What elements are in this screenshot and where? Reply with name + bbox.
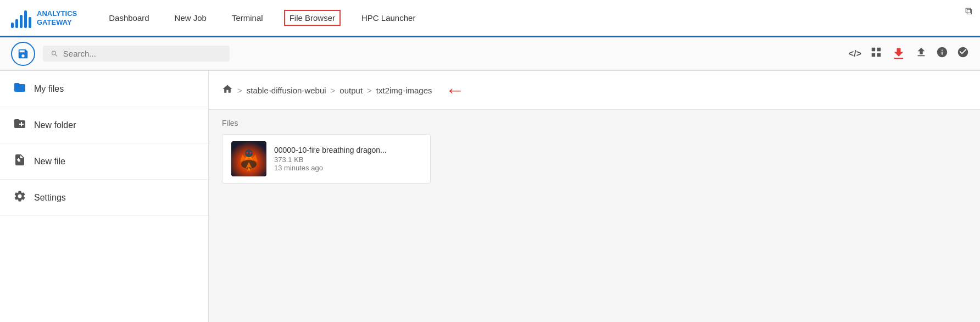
top-section: </> — [0, 37, 980, 71]
sidebar-item-my-files[interactable]: My files — [0, 71, 208, 107]
save-button[interactable] — [11, 42, 35, 66]
file-size: 373.1 KB — [274, 156, 421, 164]
breadcrumb-sep-3: > — [367, 86, 372, 95]
toolbar-right: </> — [849, 46, 969, 62]
breadcrumb-txt2img[interactable]: txt2img-images — [376, 86, 432, 95]
logo-icon — [11, 8, 31, 28]
logo: ANALYTICS GATEWAY — [11, 8, 77, 28]
breadcrumb-sep-2: > — [331, 86, 336, 95]
sidebar-item-new-folder[interactable]: New folder — [0, 107, 208, 143]
breadcrumb-bar: > stable-diffusion-webui > output > txt2… — [209, 71, 980, 110]
logo-line1: ANALYTICS — [37, 9, 77, 18]
grid-view-icon[interactable] — [870, 46, 882, 61]
sidebar-item-new-folder-label: New folder — [34, 120, 76, 130]
file-item[interactable]: 00000-10-fire breathing dragon... 373.1 … — [222, 134, 431, 184]
sidebar-item-new-file[interactable]: New file — [0, 143, 208, 180]
svg-point-7 — [250, 152, 252, 154]
main-container: My files New folder New file — [0, 71, 980, 322]
check-button[interactable] — [957, 46, 969, 61]
files-section: Files — [209, 110, 980, 192]
info-button[interactable] — [936, 46, 948, 61]
external-link-icon[interactable]: ⧉ — [965, 5, 972, 17]
toolbar: </> — [0, 37, 980, 70]
file-info: 00000-10-fire breathing dragon... 373.1 … — [274, 146, 421, 172]
search-icon — [51, 49, 59, 58]
save-icon — [17, 48, 29, 60]
home-icon[interactable] — [222, 84, 233, 97]
files-label: Files — [222, 119, 967, 127]
sidebar-item-settings-label: Settings — [34, 193, 66, 203]
sidebar-item-settings[interactable]: Settings — [0, 180, 208, 216]
logo-text: ANALYTICS GATEWAY — [37, 9, 77, 26]
svg-point-6 — [247, 152, 248, 154]
file-thumbnail — [231, 141, 266, 176]
nav-file-browser[interactable]: File Browser — [284, 10, 341, 26]
code-view-icon[interactable]: </> — [849, 49, 861, 59]
svg-point-5 — [245, 149, 253, 157]
storage-info: 192 GiB of 294 GiB used — [0, 318, 208, 322]
search-box — [43, 46, 230, 62]
breadcrumb-sep-1: > — [237, 86, 242, 95]
sidebar-item-my-files-label: My files — [34, 84, 64, 94]
breadcrumb-output[interactable]: output — [339, 86, 363, 95]
nav-terminal[interactable]: Terminal — [227, 10, 268, 26]
upload-button[interactable] — [915, 46, 927, 61]
file-thumb-svg — [231, 141, 266, 176]
new-file-icon — [13, 153, 26, 169]
file-name: 00000-10-fire breathing dragon... — [274, 146, 421, 154]
settings-icon — [13, 190, 26, 206]
content-area: > stable-diffusion-webui > output > txt2… — [209, 71, 980, 322]
navbar: ANALYTICS GATEWAY Dashboard New Job Term… — [0, 0, 980, 37]
breadcrumb-stable-diffusion[interactable]: stable-diffusion-webui — [247, 86, 326, 95]
nav-dashboard[interactable]: Dashboard — [104, 10, 153, 26]
download-button[interactable] — [891, 46, 906, 62]
folder-icon — [13, 81, 26, 97]
nav-new-job[interactable]: New Job — [170, 10, 211, 26]
toolbar-left — [11, 42, 230, 66]
breadcrumb-red-arrow: ← — [446, 79, 465, 102]
sidebar-item-new-file-label: New file — [34, 157, 65, 166]
sidebar: My files New folder New file — [0, 71, 209, 322]
nav-hpc-launcher[interactable]: HPC Launcher — [357, 10, 420, 26]
logo-line2: GATEWAY — [37, 18, 72, 26]
new-folder-icon — [13, 117, 26, 133]
svg-rect-0 — [231, 141, 266, 176]
file-modified: 13 minutes ago — [274, 164, 421, 172]
search-input[interactable] — [63, 49, 222, 58]
